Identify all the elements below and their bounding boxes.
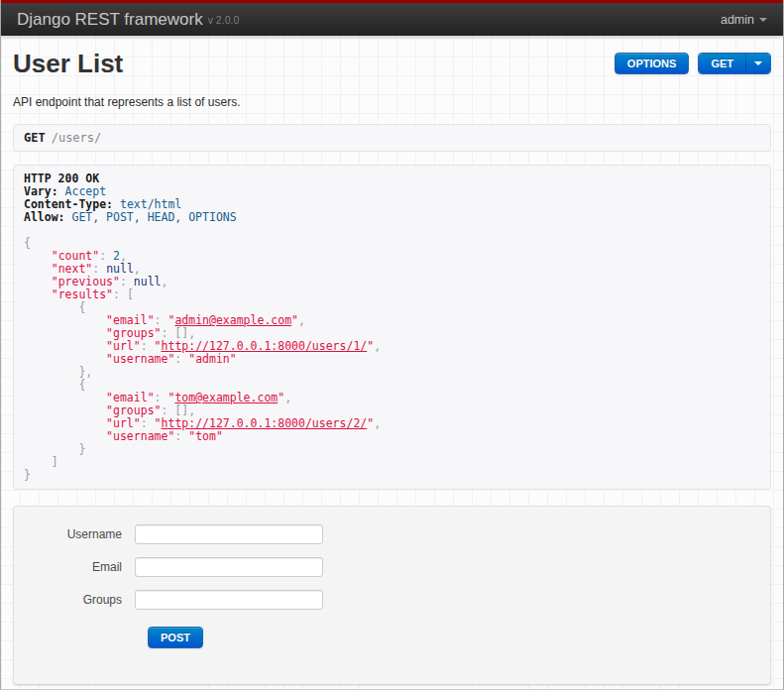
get-dropdown-toggle[interactable] bbox=[745, 54, 770, 73]
response-code-block: HTTP 200 OK Vary: Accept Content-Type: t… bbox=[24, 172, 760, 482]
post-form: Username Email Groups POST bbox=[13, 506, 771, 685]
code-link[interactable]: admin@example.com bbox=[174, 313, 291, 327]
form-row: Username bbox=[14, 524, 770, 544]
response-header-line: Allow: GET, POST, HEAD, OPTIONS bbox=[24, 211, 760, 224]
request-bar: GET/users/ bbox=[13, 124, 771, 152]
header-value: text/html bbox=[120, 197, 181, 211]
user-dropdown[interactable]: admin bbox=[721, 13, 767, 27]
header-row: User List OPTIONS GET bbox=[13, 49, 771, 78]
browsable-api-page: Django REST framework v 2.0.0 admin User… bbox=[0, 0, 784, 690]
code-link[interactable]: http://127.0.0.1:8000/users/2/ bbox=[162, 416, 368, 430]
get-split-button: GET bbox=[698, 53, 771, 74]
username-field[interactable] bbox=[135, 524, 323, 544]
header-buttons: OPTIONS GET bbox=[615, 53, 771, 74]
groups-field[interactable] bbox=[135, 590, 323, 610]
endpoint-description: API endpoint that represents a list of u… bbox=[13, 95, 771, 109]
response-json-body: { "count": 2, "next": null, "previous": … bbox=[24, 237, 760, 482]
navbar: Django REST framework v 2.0.0 admin bbox=[1, 0, 783, 36]
post-button[interactable]: POST bbox=[148, 627, 203, 648]
username-label: Username bbox=[14, 527, 135, 541]
request-method-label: GET bbox=[24, 131, 46, 145]
page-title: User List bbox=[13, 49, 123, 78]
brand-link[interactable]: Django REST framework bbox=[17, 10, 203, 30]
request-path-label: /users/ bbox=[52, 131, 102, 145]
main-content: User List OPTIONS GET API endpoint that … bbox=[1, 49, 783, 685]
response-panel: HTTP 200 OK Vary: Accept Content-Type: t… bbox=[13, 165, 771, 490]
header-value: Accept bbox=[65, 184, 107, 198]
email-label: Email bbox=[14, 560, 135, 574]
code-link[interactable]: http://127.0.0.1:8000/users/1/ bbox=[162, 339, 368, 353]
status-line: HTTP 200 OK bbox=[24, 172, 760, 185]
form-row: Email bbox=[14, 557, 770, 577]
header-name: Vary: bbox=[24, 184, 58, 198]
email-field[interactable] bbox=[135, 557, 323, 577]
groups-label: Groups bbox=[14, 593, 135, 607]
header-value: GET, POST, HEAD, OPTIONS bbox=[71, 210, 236, 224]
blank-line bbox=[24, 224, 760, 237]
form-actions: POST bbox=[148, 627, 770, 648]
user-name-label: admin bbox=[721, 13, 754, 27]
form-row: Groups bbox=[14, 590, 770, 610]
header-name: Content-Type: bbox=[24, 197, 113, 211]
status-text: HTTP 200 OK bbox=[24, 172, 99, 185]
caret-down-icon bbox=[754, 61, 762, 65]
get-button[interactable]: GET bbox=[699, 54, 745, 73]
header-name: Allow: bbox=[24, 210, 65, 224]
chevron-down-icon bbox=[759, 18, 767, 22]
options-button[interactable]: OPTIONS bbox=[615, 53, 690, 74]
code-link[interactable]: tom@example.com bbox=[174, 391, 278, 404]
version-label: v 2.0.0 bbox=[208, 14, 240, 26]
